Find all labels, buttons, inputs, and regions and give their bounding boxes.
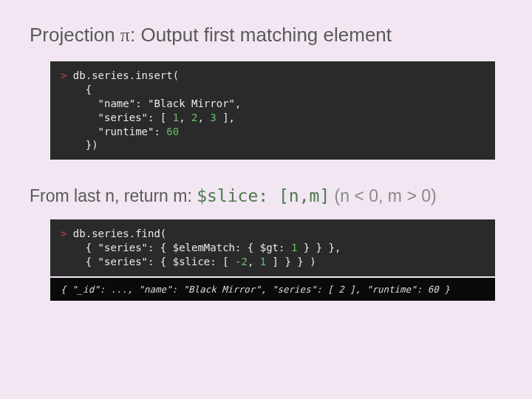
result-text: { "_id": ..., "name": "Black Mirror", "s… (61, 284, 450, 295)
number-literal: 3 (210, 112, 216, 123)
title-suffix: : Output first matching element (130, 24, 392, 46)
code-text: , (179, 112, 191, 123)
code-line: { "series": { $elemMatch: { $gt: (61, 242, 291, 253)
code-line: { (61, 83, 92, 95)
slide-subtitle: From last n, return m: $slice: [n,m] (n … (30, 186, 502, 206)
subtitle-text: From last n, return m: (30, 186, 197, 205)
number-literal: 1 (260, 256, 266, 267)
code-block-find: > db.series.find( { "series": { $elemMat… (50, 219, 495, 276)
code-line: ], (216, 112, 235, 123)
code-line: }) (61, 139, 98, 151)
code-line: db.series.find( (66, 228, 166, 239)
code-line: db.series.insert( (66, 69, 179, 81)
slice-operator: $slice: [n,m] (197, 186, 330, 205)
code-block-insert: > db.series.insert( { "name": "Black Mir… (50, 61, 495, 160)
number-literal: 60 (166, 126, 179, 137)
code-line: { "series": { $slice: [ (61, 256, 235, 267)
title-prefix: Projection (30, 24, 120, 46)
code-text: , (248, 256, 260, 267)
number-literal: -2 (235, 256, 248, 267)
code-line: "runtime": (61, 126, 166, 137)
slice-constraints: (n < 0, m > 0) (330, 186, 436, 205)
code-text: , (197, 112, 210, 123)
code-line: "series": [ (61, 112, 173, 123)
slide-title: Projection π: Output first matching elem… (30, 24, 502, 47)
result-block: { "_id": ..., "name": "Black Mirror", "s… (50, 278, 495, 301)
code-line: "name": "Black Mirror", (61, 98, 241, 109)
number-literal: 1 (173, 112, 179, 123)
pi-symbol: π (120, 24, 130, 46)
code-line: } } }, (297, 242, 341, 253)
code-line: ] } } ) (266, 256, 316, 267)
